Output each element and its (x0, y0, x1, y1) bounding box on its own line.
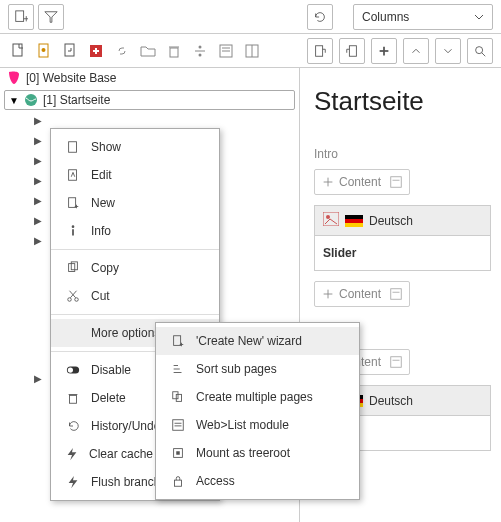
columns-select-label: Columns (362, 10, 409, 24)
context-submenu: 'Create New' wizard Sort sub pages Creat… (155, 322, 360, 500)
columns-select[interactable]: Columns (353, 4, 493, 30)
refresh-btn[interactable] (307, 4, 333, 30)
trash-icon[interactable] (164, 41, 184, 61)
svg-rect-53 (69, 198, 76, 208)
svg-point-57 (72, 225, 75, 228)
sub-mount[interactable]: Mount as treeroot (156, 439, 359, 467)
form-icon[interactable] (216, 41, 236, 61)
svg-line-62 (70, 291, 76, 298)
svg-line-26 (482, 53, 486, 57)
ctx-show[interactable]: Show (51, 133, 219, 161)
svg-rect-76 (173, 392, 178, 399)
svg-rect-22 (349, 46, 356, 57)
form-icon (389, 287, 403, 301)
plus-icon (321, 287, 335, 301)
sub-weblist[interactable]: Web>List module (156, 411, 359, 439)
down-btn[interactable] (435, 38, 461, 64)
ctx-info[interactable]: Info (51, 217, 219, 245)
doc-add-icon[interactable] (86, 41, 106, 61)
new-icon (170, 333, 186, 349)
sub-access[interactable]: Access (156, 467, 359, 495)
tree-child[interactable]: ▶ (0, 368, 44, 388)
svg-rect-41 (391, 289, 402, 300)
file-icon (65, 139, 81, 155)
content-block-slider[interactable]: Deutsch Slider (314, 205, 491, 271)
svg-rect-52 (69, 170, 77, 181)
svg-point-25 (476, 47, 483, 54)
svg-rect-70 (174, 336, 181, 346)
multi-icon (170, 389, 186, 405)
sub-wizard[interactable]: 'Create New' wizard (156, 327, 359, 355)
block-lang: Deutsch (369, 214, 413, 228)
svg-point-28 (25, 94, 37, 106)
svg-rect-32 (391, 177, 402, 188)
add-content-btn[interactable]: Content (314, 169, 410, 195)
svg-rect-82 (176, 451, 180, 455)
ctx-copy[interactable]: Copy (51, 254, 219, 282)
page-title: Startseite (314, 86, 491, 117)
filter-btn[interactable] (38, 4, 64, 30)
svg-point-15 (199, 53, 202, 56)
block-lang: Deutsch (369, 394, 413, 408)
svg-marker-68 (68, 448, 77, 460)
user-doc-icon[interactable] (34, 41, 54, 61)
list-icon (170, 417, 186, 433)
import-btn[interactable] (339, 38, 365, 64)
add-content-label: Content (339, 175, 381, 189)
edit-icon (65, 167, 81, 183)
new-icon (65, 195, 81, 211)
svg-rect-7 (65, 44, 74, 56)
svg-point-6 (42, 48, 46, 52)
layout-icon[interactable] (242, 41, 262, 61)
divide-icon[interactable] (190, 41, 210, 61)
svg-rect-36 (345, 215, 363, 219)
doc-arrow-icon[interactable] (60, 41, 80, 61)
tree-root[interactable]: [0] Website Base (0, 68, 299, 88)
search-btn[interactable] (467, 38, 493, 64)
plus-icon (321, 175, 335, 189)
new-page-btn[interactable] (8, 4, 34, 30)
undo-icon (65, 418, 81, 434)
trash-icon (65, 390, 81, 406)
info-icon (65, 223, 81, 239)
plus-btn[interactable] (371, 38, 397, 64)
ctx-edit[interactable]: Edit (51, 161, 219, 189)
svg-point-14 (199, 45, 202, 48)
block-title: Slider (315, 236, 490, 270)
svg-point-61 (75, 298, 79, 302)
image-icon (323, 212, 339, 229)
form-icon (389, 355, 403, 369)
svg-rect-11 (170, 48, 178, 57)
export-btn[interactable] (307, 38, 333, 64)
folder-icon[interactable] (138, 41, 158, 61)
globe-icon (23, 92, 39, 108)
svg-rect-51 (69, 142, 77, 153)
up-btn[interactable] (403, 38, 429, 64)
caret-down-icon: ▼ (9, 95, 19, 106)
svg-line-63 (70, 291, 76, 298)
svg-rect-37 (345, 219, 363, 223)
ctx-cut[interactable]: Cut (51, 282, 219, 310)
tree-child[interactable]: ▶ (0, 110, 299, 130)
sub-sort[interactable]: Sort sub pages (156, 355, 359, 383)
form-icon (389, 175, 403, 189)
svg-rect-4 (13, 44, 22, 56)
tree-selected-label: [1] Startseite (43, 93, 110, 107)
svg-rect-78 (173, 420, 184, 431)
add-content-label: Content (339, 287, 381, 301)
add-content-btn[interactable]: Content (314, 281, 410, 307)
sub-create-multi[interactable]: Create multiple pages (156, 383, 359, 411)
tree-root-label: [0] Website Base (26, 71, 117, 85)
tree-node-selected[interactable]: ▼ [1] Startseite (4, 90, 295, 110)
sort-icon (170, 361, 186, 377)
svg-rect-45 (391, 357, 402, 368)
link-icon[interactable] (112, 41, 132, 61)
svg-rect-0 (16, 10, 24, 21)
svg-point-35 (326, 215, 330, 219)
doc-new-icon[interactable] (8, 41, 28, 61)
svg-marker-69 (69, 476, 78, 488)
section-intro: Intro (314, 147, 491, 161)
ctx-new[interactable]: New (51, 189, 219, 217)
cut-icon (65, 288, 81, 304)
bolt-icon (65, 474, 81, 490)
